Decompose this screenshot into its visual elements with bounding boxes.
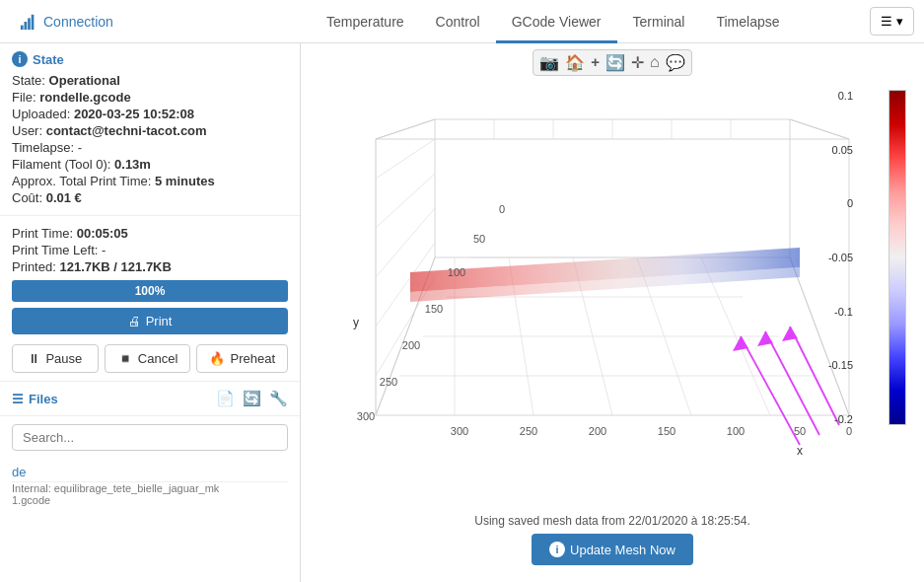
signal-icon (20, 13, 37, 31)
search-input[interactable] (12, 424, 288, 451)
color-label-3: -0.05 (828, 252, 853, 263)
content-area: 📷 🏠 + 🔄 ✛ ⌂ 💬 (301, 43, 924, 582)
nav-left: Connection (10, 13, 311, 31)
svg-line-19 (376, 208, 435, 277)
action-buttons: ⏸ Pause ◾ Cancel 🔥 Preheat (12, 344, 288, 373)
file-list: de Internal: equilibrage_tete_bielle_jag… (0, 459, 300, 582)
svg-text:50: 50 (794, 425, 806, 437)
user-row: User: contact@techni-tacot.com (12, 123, 288, 138)
svg-text:150: 150 (658, 425, 675, 437)
svg-rect-0 (21, 25, 24, 30)
svg-text:y: y (353, 316, 359, 329)
home-icon[interactable]: 🏠 (565, 53, 585, 72)
cancel-button[interactable]: ◾ Cancel (105, 344, 191, 373)
files-header: ☰ Files 📄 🔄 🔧 (0, 382, 300, 416)
chevron-down-icon: ▾ (896, 14, 903, 29)
timelapse-row: Timelapse: - (12, 140, 288, 155)
fire-icon: 🔥 (209, 351, 225, 366)
file-sub: Internal: equilibrage_tete_bielle_jaguar… (12, 482, 278, 494)
svg-text:300: 300 (357, 410, 375, 422)
color-bar (888, 90, 906, 425)
update-mesh-button[interactable]: i Update Mesh Now (532, 534, 693, 565)
tab-temperature[interactable]: Temperature (311, 0, 420, 43)
color-label-6: -0.2 (834, 413, 853, 425)
svg-line-46 (741, 336, 800, 445)
mesh-bottom: Using saved mesh data from 22/01/2020 à … (474, 508, 750, 565)
pause-button[interactable]: ⏸ Pause (12, 344, 99, 373)
search-wrap (0, 416, 300, 459)
progress-label: 100% (135, 284, 166, 298)
print-time-left-row: Print Time Left: - (12, 243, 288, 257)
svg-text:0: 0 (499, 203, 505, 215)
svg-line-48 (765, 331, 819, 435)
state-value-row: State: Operational (12, 73, 288, 88)
svg-rect-2 (28, 18, 31, 30)
cost-row: Coût: 0.01 € (12, 190, 288, 205)
wrench-icon[interactable]: 🔧 (269, 390, 288, 407)
tab-control[interactable]: Control (420, 0, 496, 43)
rotate-icon[interactable]: 🔄 (605, 53, 625, 72)
svg-rect-3 (32, 14, 35, 29)
files-title: ☰ Files (12, 392, 216, 406)
sidebar: i State State: Operational File: rondell… (0, 43, 301, 582)
svg-marker-49 (757, 331, 773, 346)
top-nav: Connection Temperature Control GCode Vie… (0, 0, 924, 43)
svg-text:200: 200 (402, 339, 420, 351)
svg-marker-47 (733, 336, 748, 351)
tab-gcode-viewer[interactable]: GCode Viewer (496, 0, 617, 43)
cancel-icon: ◾ (117, 351, 133, 366)
svg-text:150: 150 (425, 303, 443, 315)
svg-text:300: 300 (451, 425, 468, 437)
state-section: i State State: Operational File: rondell… (0, 43, 300, 216)
print-button[interactable]: 🖨 Print (12, 308, 288, 334)
svg-text:100: 100 (727, 425, 745, 437)
mesh-info-text: Using saved mesh data from 22/01/2020 à … (474, 514, 750, 528)
label-icon[interactable]: 💬 (666, 53, 685, 72)
connection-link[interactable]: Connection (20, 13, 113, 31)
progress-bar: 100% (12, 280, 288, 302)
svg-line-17 (376, 139, 435, 179)
refresh-icon[interactable]: 🔄 (243, 390, 261, 407)
color-label-2: 0 (847, 197, 853, 209)
color-scale: 0.1 0.05 0 -0.05 -0.1 -0.15 -0.2 (852, 90, 906, 474)
svg-rect-1 (25, 22, 28, 30)
svg-text:x: x (797, 444, 803, 458)
svg-text:100: 100 (448, 266, 465, 278)
color-label-5: -0.15 (828, 359, 853, 371)
pan-icon[interactable]: ✛ (631, 53, 644, 72)
camera-icon[interactable]: 📷 (539, 53, 559, 72)
approx-time-row: Approx. Total Print Time: 5 minutes (12, 174, 288, 188)
info-circle-icon: i (549, 542, 565, 557)
printed-row: Printed: 121.7KB / 121.7KB (12, 259, 288, 274)
info-icon: i (12, 51, 28, 67)
reset-icon[interactable]: ⌂ (650, 53, 660, 72)
filament-row: Filament (Tool 0): 0.13m (12, 157, 288, 172)
file-sub2: 1.gcode (12, 494, 278, 506)
pause-icon: ⏸ (28, 351, 40, 366)
svg-text:250: 250 (520, 425, 537, 437)
tab-terminal[interactable]: Terminal (617, 0, 701, 43)
menu-icon: ☰ (881, 14, 892, 29)
tab-timelapse[interactable]: Timelapse (700, 0, 795, 43)
list-icon: ☰ (12, 392, 24, 406)
svg-text:250: 250 (380, 376, 397, 388)
preheat-button[interactable]: 🔥 Preheat (196, 344, 288, 373)
print-icon: 🖨 (128, 314, 141, 328)
print-info-section: Print Time: 00:05:05 Print Time Left: - … (0, 216, 300, 382)
uploaded-row: Uploaded: 2020-03-25 10:52:08 (12, 107, 288, 121)
zoom-in-icon[interactable]: + (591, 53, 600, 72)
viz-toolbar: 📷 🏠 + 🔄 ✛ ⌂ 💬 (533, 49, 691, 76)
list-item[interactable]: de (12, 463, 288, 482)
nav-tabs: Temperature Control GCode Viewer Termina… (311, 0, 870, 43)
file-row: File: rondelle.gcode (12, 90, 288, 105)
color-label-1: 0.05 (832, 144, 853, 156)
visualization-container: 300 250 200 150 100 50 0 y 300 250 200 1… (317, 80, 908, 504)
color-label-0: 0.1 (838, 90, 853, 102)
color-label-4: -0.1 (834, 306, 853, 318)
svg-line-18 (376, 174, 435, 228)
mesh-3d-svg: 300 250 200 150 100 50 0 y 300 250 200 1… (317, 80, 888, 484)
print-time-row: Print Time: 00:05:05 (12, 226, 288, 241)
svg-text:50: 50 (473, 233, 485, 245)
upload-icon[interactable]: 📄 (216, 390, 235, 407)
nav-menu-button[interactable]: ☰ ▾ (870, 7, 914, 36)
